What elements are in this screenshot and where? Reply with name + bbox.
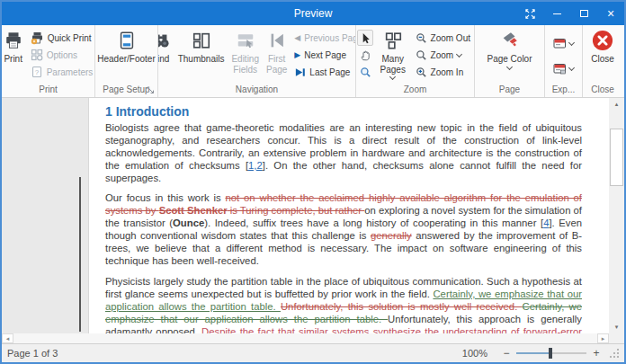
document-area: 1 Introduction Biologists agree that gam… <box>2 98 624 333</box>
zoom-dropdown-button[interactable]: Zoom <box>413 47 473 63</box>
quick-print-icon <box>31 31 44 45</box>
minimize-button[interactable] <box>543 2 570 25</box>
fullscreen-button[interactable] <box>516 2 543 25</box>
resize-grip[interactable] <box>610 349 619 358</box>
zoom-out-label: Zoom Out <box>431 33 470 43</box>
vertical-scrollbar-thumb[interactable] <box>610 129 623 186</box>
navigation-group-label: Navigation <box>158 84 355 97</box>
zoom-group-label: Zoom <box>356 84 474 97</box>
print-button[interactable]: Print <box>2 27 26 65</box>
scrollbar-corner <box>609 333 624 343</box>
svg-text:?: ? <box>34 68 39 76</box>
pointer-icon <box>360 32 371 44</box>
document-paragraphs: Biologists agree that game-theoretic mod… <box>105 122 582 333</box>
next-page-button[interactable]: ▶ Next Page <box>291 47 356 63</box>
many-pages-icon <box>383 31 403 50</box>
horizontal-scrollbar-track[interactable] <box>13 333 597 343</box>
page-setup-dialog-launcher[interactable] <box>147 85 155 97</box>
last-page-label: Last Page <box>309 67 350 77</box>
zoom-in-button[interactable]: Zoom In <box>413 64 473 80</box>
page-color-icon <box>500 31 520 50</box>
header-footer-icon <box>117 31 137 50</box>
ribbon-group-close: Close Close <box>583 25 622 97</box>
ribbon-group-export: Exp... <box>545 25 583 97</box>
zoom-slider-thumb[interactable] <box>549 348 552 359</box>
zoom-slider-fill <box>516 352 550 354</box>
first-page-icon <box>267 31 287 50</box>
quick-print-button[interactable]: Quick Print <box>28 30 95 46</box>
header-footer-button[interactable]: Header/Footer <box>95 27 158 65</box>
magnifier-icon <box>360 67 371 78</box>
hand-tool-button[interactable] <box>357 47 373 63</box>
page-setup-group-label: Page Setup <box>103 84 149 94</box>
previous-page-icon: ◀ <box>294 33 300 42</box>
page-color-label: Page Color <box>487 54 532 65</box>
status-bar: Page 1 of 3 100% − + <box>2 343 624 362</box>
send-email-button[interactable] <box>551 58 576 80</box>
close-preview-button[interactable]: Close <box>588 27 617 65</box>
close-window-icon: × <box>607 7 614 20</box>
scroll-right-icon[interactable]: ▸ <box>597 333 609 343</box>
send-email-chevron-icon <box>568 65 575 71</box>
zoom-chevron-icon <box>456 50 462 57</box>
horizontal-scrollbar[interactable]: ◂ ▸ <box>2 333 624 343</box>
titlebar[interactable]: Preview × <box>2 2 624 25</box>
export-document-button[interactable] <box>551 33 576 55</box>
maximize-icon <box>580 10 588 17</box>
last-page-icon <box>294 67 306 78</box>
scroll-up-icon[interactable]: ▴ <box>609 98 624 111</box>
previous-page-label: Previous Page <box>304 33 356 43</box>
close-window-button[interactable]: × <box>597 2 624 25</box>
ribbon-group-print: Print Quick Print <box>2 25 95 97</box>
zoom-percentage: 100% <box>462 348 487 359</box>
page-color-button[interactable]: Page Color <box>484 27 534 69</box>
zoom-in-label: Zoom In <box>431 67 464 77</box>
resize-grip-icon <box>610 349 619 358</box>
first-page-label: First Page <box>266 54 287 75</box>
find-button[interactable]: Find <box>158 27 174 65</box>
first-page-button[interactable]: First Page <box>264 27 290 75</box>
options-label: Options <box>47 50 77 60</box>
page-background-group-label: Page Background <box>475 84 544 97</box>
print-label: Print <box>4 54 22 65</box>
zoom-slider[interactable] <box>516 352 586 354</box>
parameters-icon: ? <box>31 66 43 78</box>
maximize-button[interactable] <box>570 2 597 25</box>
ribbon-group-page-setup: Header/Footer Page Setup <box>95 25 158 97</box>
zoom-label: Zoom <box>431 50 454 60</box>
zoom-in-slider-button[interactable]: + <box>590 347 603 360</box>
vertical-scrollbar[interactable]: ▴ ▾ <box>609 98 624 333</box>
zoom-in-icon <box>416 67 427 78</box>
zoom-out-slider-button[interactable]: − <box>500 347 513 360</box>
magnifier-tool-button[interactable] <box>357 64 373 80</box>
parameters-button[interactable]: ? Parameters <box>28 64 95 80</box>
header-footer-label: Header/Footer <box>97 54 155 65</box>
scroll-down-icon[interactable]: ▾ <box>609 321 624 333</box>
thumbnails-button[interactable]: Thumbnails <box>175 27 228 65</box>
many-pages-button[interactable]: Many Pages <box>375 27 411 79</box>
ribbon: Print Quick Print <box>2 25 624 98</box>
ribbon-group-navigation: Find Thumbnails <box>158 25 356 97</box>
scroll-left-icon[interactable]: ◂ <box>2 333 13 343</box>
zoom-slider-rest <box>550 352 586 354</box>
hand-icon <box>360 49 371 61</box>
zoom-dropdown-icon <box>416 49 427 61</box>
document-page: 1 Introduction Biologists agree that gam… <box>88 98 609 333</box>
thumbnails-icon <box>192 31 211 50</box>
page-indicator: Page 1 of 3 <box>7 348 462 359</box>
fullscreen-icon <box>524 8 536 20</box>
editing-fields-label: Editing Fields <box>231 54 259 75</box>
find-icon <box>158 31 171 50</box>
close-group-label: Close <box>583 84 622 97</box>
last-page-button[interactable]: Last Page <box>291 64 356 80</box>
zoom-out-button[interactable]: Zoom Out <box>413 30 473 46</box>
options-button[interactable]: Options <box>28 47 95 63</box>
pointer-tool-button[interactable] <box>357 30 373 46</box>
editing-fields-button[interactable]: Editing Fields <box>228 27 262 75</box>
quick-print-label: Quick Print <box>48 33 92 43</box>
previous-page-button[interactable]: ◀ Previous Page <box>291 30 356 46</box>
ribbon-group-page-background: Page Color Page Background <box>475 25 545 97</box>
paragraph: Biologists agree that game-theoretic mod… <box>105 122 582 185</box>
export-chevron-icon <box>568 40 575 46</box>
zoom-out-icon <box>416 32 427 44</box>
